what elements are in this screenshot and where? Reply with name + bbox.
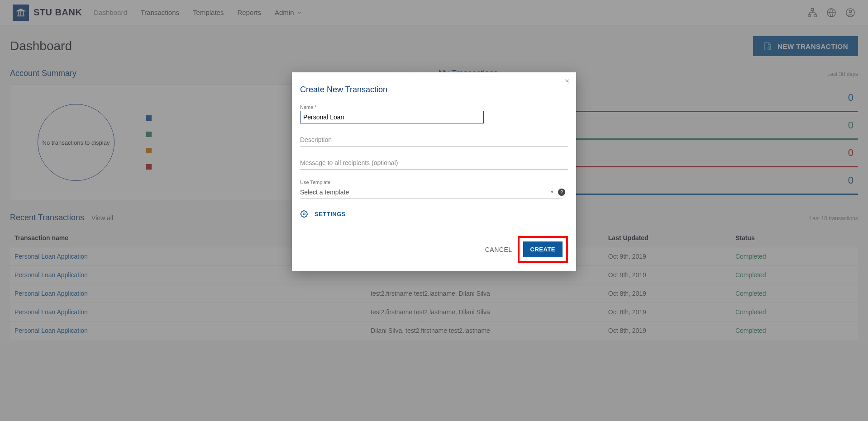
- description-input[interactable]: [300, 133, 568, 147]
- use-template-label: Use Template: [300, 180, 568, 185]
- help-icon[interactable]: ?: [558, 189, 565, 196]
- cancel-button[interactable]: CANCEL: [485, 246, 512, 253]
- modal-title: Create New Transaction: [300, 85, 568, 95]
- modal-overlay: Create New Transaction Name * Use Templa…: [0, 0, 868, 421]
- name-label: Name *: [300, 104, 568, 110]
- settings-toggle[interactable]: SETTINGS: [300, 210, 568, 218]
- template-select[interactable]: Select a template: [300, 186, 563, 199]
- create-transaction-modal: Create New Transaction Name * Use Templa…: [292, 72, 576, 271]
- message-input[interactable]: [300, 156, 568, 170]
- name-input[interactable]: [300, 111, 484, 123]
- caret-down-icon: ▼: [550, 189, 554, 194]
- close-icon[interactable]: [562, 76, 572, 87]
- create-button[interactable]: CREATE: [523, 241, 563, 257]
- gear-icon: [300, 210, 308, 218]
- create-highlight: CREATE: [518, 236, 568, 263]
- svg-point-20: [303, 213, 305, 215]
